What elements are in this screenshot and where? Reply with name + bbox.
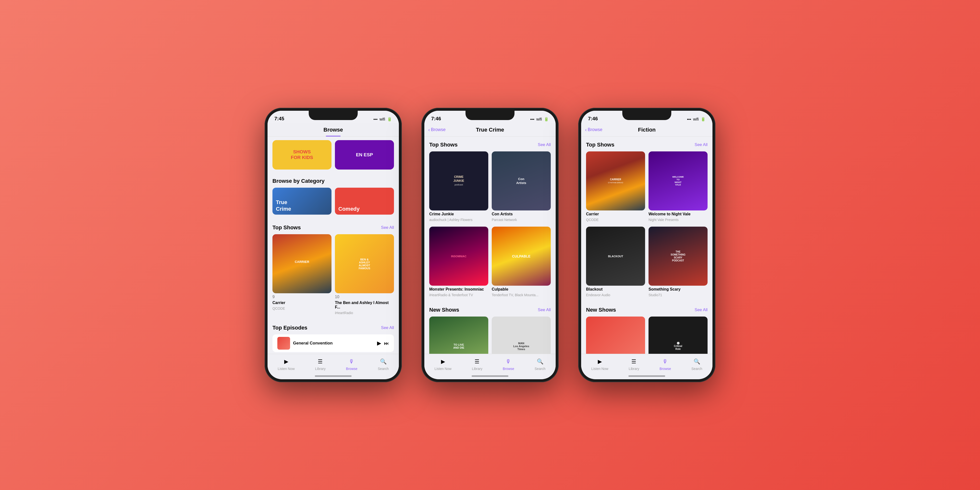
- new-shows-see-all[interactable]: See All: [538, 307, 551, 312]
- content-fiction[interactable]: Top Shows See All CARRIERCYNTHIA ERIVO C…: [581, 137, 713, 354]
- show-card-carrier[interactable]: CARRIERCYNTHIA ERIVO 9 Carrier QCODE: [272, 234, 331, 315]
- top-shows-title: Top Shows: [429, 142, 458, 148]
- carrier-author: QCODE: [272, 307, 331, 310]
- shows-grid-1: CRIMEJUNKIEpodcast Crime Junkie audiochu…: [424, 151, 556, 227]
- blackout-thumb: BLACKOUT: [586, 227, 645, 286]
- library-label: Library: [629, 367, 639, 371]
- tab-listen-now[interactable]: ▶ Listen Now: [434, 358, 452, 371]
- tab-search[interactable]: 🔍 Search: [378, 358, 388, 371]
- browse-label: Browse: [503, 367, 514, 371]
- nav-back[interactable]: ‹ Browse: [585, 127, 603, 132]
- top-shows-title: Top Shows: [272, 224, 301, 231]
- insomniac-thumb: INSOMNIAC: [429, 227, 488, 286]
- top-shows-title: Top Shows: [586, 142, 614, 148]
- browse-label: Browse: [346, 367, 358, 371]
- notch: [466, 111, 514, 120]
- nav-back[interactable]: ‹ Browse: [428, 127, 445, 132]
- status-icons: ▪▪▪ wifi 🔋: [530, 117, 549, 121]
- listen-now-icon: ▶: [596, 358, 604, 366]
- tab-listen-now[interactable]: ▶ Listen Now: [278, 358, 295, 371]
- show-card-scary[interactable]: THESOMETHINGSCARYPODCAST Something Scary…: [649, 227, 708, 297]
- tab-search[interactable]: 🔍 Search: [691, 358, 702, 371]
- shows-grid-f2: BLACKOUT Blackout Endeavor Audio THESOME…: [581, 227, 713, 302]
- banner-shows-kids[interactable]: SHOWSFOR KIDS: [272, 140, 331, 170]
- top-shows-see-all[interactable]: See All: [538, 142, 551, 147]
- show-card-crime-junkie[interactable]: CRIMEJUNKIEpodcast Crime Junkie audiochu…: [429, 151, 488, 222]
- notch: [622, 111, 671, 120]
- blackout-author: Endeavor Audio: [586, 293, 645, 297]
- tab-browse[interactable]: 🎙 Browse: [660, 358, 671, 371]
- culpable-author: Tenderfoot TV, Black Mounta...: [492, 293, 551, 297]
- top-episodes-see-all[interactable]: See All: [381, 325, 394, 330]
- show-card-nightvale[interactable]: WELCOMETONIGHTVALE Welcome to Night Vale…: [649, 151, 708, 222]
- nav-title: Fiction: [638, 127, 655, 133]
- status-icons: ▪▪▪ wifi 🔋: [687, 117, 706, 121]
- phone-browse: 7:45 ▪▪▪ wifi 🔋 Browse SHOWSFOR KIDS: [265, 108, 402, 382]
- blackout-name: Blackout: [586, 287, 645, 291]
- scary-author: Studio71: [649, 293, 708, 297]
- back-arrow: ‹: [585, 127, 587, 132]
- show-card-tolive[interactable]: TO LIVEAND DIE: [429, 317, 488, 354]
- content-browse[interactable]: SHOWSFOR KIDS EN ESP Browse by Category …: [267, 137, 399, 354]
- play-button[interactable]: ▶: [377, 340, 381, 347]
- crime-junkie-author: audiochuck | Ashley Flowers: [429, 218, 488, 222]
- episode-info: General Convention: [293, 341, 374, 346]
- status-icons: ▪▪▪ wifi 🔋: [373, 117, 392, 121]
- tab-library[interactable]: ☰ Library: [315, 358, 326, 371]
- ashley-author: iHeartRadio: [335, 311, 394, 315]
- nav-bar: ‹ Browse Fiction: [581, 123, 713, 137]
- tab-library[interactable]: ☰ Library: [629, 358, 639, 371]
- carrier-thumb: CARRIERCYNTHIA ERIVO: [272, 234, 331, 293]
- search-icon: 🔍: [536, 358, 544, 366]
- show-card-blackout[interactable]: BLACKOUT Blackout Endeavor Audio: [586, 227, 645, 297]
- search-icon: 🔍: [693, 358, 701, 366]
- category-comedy[interactable]: Comedy: [335, 188, 394, 215]
- crime-junkie-name: Crime Junkie: [429, 212, 488, 216]
- episode-bar[interactable]: General Convention ▶ ⏭: [272, 334, 394, 352]
- show-card-carrier-f[interactable]: CARRIERCYNTHIA ERIVO Carrier QCODE: [586, 151, 645, 222]
- content-truecrime[interactable]: Top Shows See All CRIMEJUNKIEpodcast Cri…: [424, 137, 556, 354]
- back-arrow: ‹: [428, 127, 430, 132]
- back-label: Browse: [431, 127, 445, 132]
- tolive-thumb: TO LIVEAND DIE: [429, 317, 488, 354]
- ashley-thumb: BEN &ASHLEYALMOSTFAMOUS: [335, 234, 394, 293]
- tab-search[interactable]: 🔍 Search: [535, 358, 546, 371]
- browse-by-category: Browse by Category: [267, 173, 399, 184]
- search-label: Search: [378, 367, 388, 371]
- category-true-crime[interactable]: TrueCrime: [272, 188, 331, 215]
- crime-junkie-thumb: CRIMEJUNKIEpodcast: [429, 151, 488, 210]
- tab-browse[interactable]: 🎙 Browse: [346, 358, 358, 371]
- listen-now-icon: ▶: [439, 358, 447, 366]
- comedy-label: Comedy: [338, 206, 360, 212]
- tab-browse[interactable]: 🎙 Browse: [503, 358, 514, 371]
- top-shows-see-all[interactable]: See All: [381, 225, 394, 230]
- category-header: Browse by Category: [272, 178, 394, 184]
- banner-en-espanol[interactable]: EN ESP: [335, 140, 394, 170]
- show-card-insomniac[interactable]: INSOMNIAC Monster Presents: Insomniac iH…: [429, 227, 488, 297]
- tab-library[interactable]: ☰ Library: [472, 358, 482, 371]
- show-card-critical[interactable]: ⚪CriticalRole: [649, 317, 708, 354]
- show-card-con-artists[interactable]: ConArtists Con Artists Parcast Network: [492, 151, 551, 222]
- show-card-new1[interactable]: [586, 317, 645, 354]
- tab-listen-now[interactable]: ▶ Listen Now: [592, 358, 608, 371]
- critical-thumb: ⚪CriticalRole: [649, 317, 708, 354]
- search-label: Search: [535, 367, 546, 371]
- signal-icon: ▪▪▪: [373, 117, 377, 121]
- show-card-ashley[interactable]: BEN &ASHLEYALMOSTFAMOUS 10 The Ben and A…: [335, 234, 394, 315]
- scary-thumb: THESOMETHINGSCARYPODCAST: [649, 227, 708, 286]
- top-shows-see-all[interactable]: See All: [695, 142, 708, 147]
- listen-now-label: Listen Now: [592, 367, 608, 371]
- show-card-culpable[interactable]: CULPABLE Culpable Tenderfoot TV, Black M…: [492, 227, 551, 297]
- ashley-name: The Ben and Ashley I Almost F...: [335, 301, 394, 309]
- con-artists-name: Con Artists: [492, 212, 551, 216]
- episode-title: General Convention: [293, 341, 333, 345]
- new-shows-see-all[interactable]: See All: [695, 307, 708, 312]
- library-icon: ☰: [630, 358, 638, 366]
- show-card-man[interactable]: MANLos AngelesTimes: [492, 317, 551, 354]
- top-episodes-section: Top Episodes See All: [267, 320, 399, 331]
- skip-button[interactable]: ⏭: [384, 340, 389, 346]
- status-time: 7:46: [588, 116, 598, 121]
- wifi-icon: wifi: [536, 117, 542, 121]
- listen-now-label: Listen Now: [434, 367, 452, 371]
- tab-bar: ▶ Listen Now ☰ Library 🎙 Browse 🔍 Search: [267, 354, 399, 378]
